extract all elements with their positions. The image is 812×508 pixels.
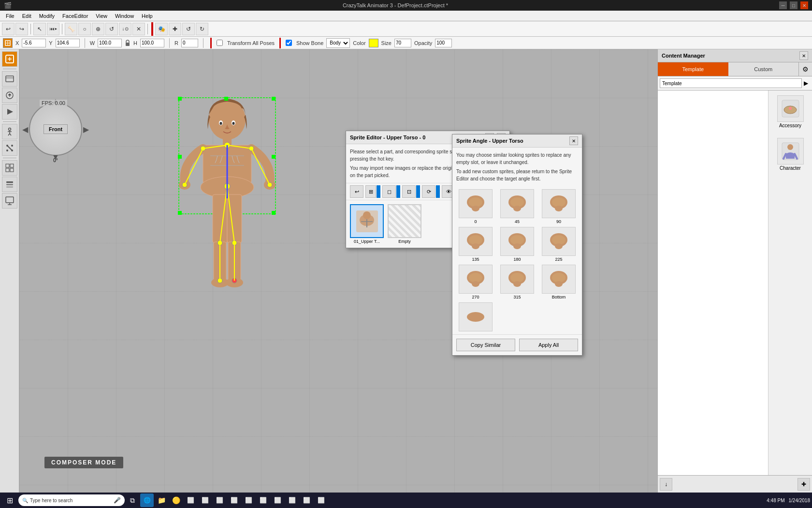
tool-compose[interactable] <box>2 51 17 67</box>
angle-item-90[interactable]: 90 <box>539 189 578 224</box>
size-input[interactable] <box>394 39 411 47</box>
tool-export[interactable] <box>2 88 17 103</box>
bone-button[interactable]: 🦴 <box>65 23 77 35</box>
character-icon[interactable] <box>777 138 804 164</box>
move-button[interactable]: ↓⊙ <box>119 23 131 35</box>
taskbar-app-folder[interactable]: 📁 <box>155 493 168 507</box>
select-button[interactable]: ↖ <box>33 23 46 35</box>
redo-button[interactable]: ↪ <box>15 23 28 35</box>
angle-thumb-315[interactable] <box>500 265 534 294</box>
angle-thumb-bottom[interactable] <box>542 265 576 294</box>
se-size-btn2[interactable] <box>396 185 400 198</box>
sprite-item-1[interactable]: Empty <box>388 204 421 244</box>
r-input[interactable] <box>181 39 198 47</box>
angle-item-bottom[interactable]: Bottom <box>539 265 578 299</box>
tab-custom[interactable]: Custom <box>728 62 799 76</box>
menu-edit[interactable]: Edit <box>18 12 35 20</box>
angle-item-extra[interactable] <box>456 302 495 331</box>
taskbar-app-14[interactable]: ⬜ <box>314 493 328 507</box>
menu-help[interactable]: Help <box>138 12 157 20</box>
tool-c[interactable]: ↺ <box>182 23 195 35</box>
accessory-item[interactable]: Accessory <box>777 95 804 128</box>
maximize-button[interactable]: □ <box>790 1 798 9</box>
taskbar-app-9[interactable]: ⬜ <box>242 493 255 507</box>
angle-thumb-225[interactable] <box>542 227 576 256</box>
accessory-icon[interactable] <box>777 95 804 122</box>
tool-b[interactable]: ✚ <box>169 23 181 35</box>
content-manager-close[interactable]: ✕ <box>799 51 808 60</box>
search-arrow-icon[interactable]: ▶ <box>804 80 808 87</box>
sprite-angle-close[interactable]: ✕ <box>569 136 578 145</box>
tool-scene[interactable] <box>2 71 17 87</box>
angle-item-135[interactable]: 135 <box>456 227 495 262</box>
se-layout-btn1[interactable]: ⊞ <box>365 185 376 198</box>
tool-bone[interactable] <box>2 140 17 156</box>
angle-right-arrow[interactable]: ▶ <box>83 125 89 134</box>
close-button[interactable]: ✕ <box>800 1 808 9</box>
taskbar-app-edge[interactable]: 🌐 <box>140 493 154 507</box>
taskbar-app-12[interactable]: ⬜ <box>285 493 299 507</box>
cm-settings-button[interactable]: ⚙ <box>798 62 812 76</box>
flip-button[interactable]: ↺ <box>105 23 118 35</box>
angle-thumb-135[interactable] <box>459 227 493 256</box>
se-layout-btn2[interactable] <box>377 185 380 198</box>
content-manager-search-input[interactable] <box>660 78 802 88</box>
angle-front-button[interactable]: Front <box>44 124 68 134</box>
angle-circle[interactable]: Front <box>29 103 82 156</box>
sprite-thumb-1[interactable] <box>388 204 421 238</box>
se-size-btn1[interactable]: ◻ <box>382 185 396 198</box>
cm-add-button[interactable]: ✚ <box>798 478 810 491</box>
angle-item-0[interactable]: 0 <box>456 189 495 224</box>
angle-thumb-0[interactable] <box>459 189 493 218</box>
y-input[interactable] <box>56 39 80 47</box>
angle-item-315[interactable]: 315 <box>498 265 536 299</box>
tool-d[interactable]: ↻ <box>196 23 208 35</box>
tool-figure[interactable] <box>2 124 17 139</box>
apply-all-button[interactable]: Apply All <box>519 339 578 351</box>
character-figure[interactable] <box>164 93 290 311</box>
cm-item-list[interactable] <box>658 90 768 475</box>
delete-button[interactable]: ✕ <box>132 23 145 35</box>
taskbar-search[interactable]: 🔍 Type here to search 🎤 <box>18 494 125 506</box>
menu-file[interactable]: File <box>2 12 18 20</box>
character-area[interactable] <box>145 78 290 311</box>
se-filter-btn1[interactable]: ⟳ <box>422 185 435 198</box>
angle-thumb-270[interactable] <box>459 265 493 294</box>
w-input[interactable] <box>98 39 122 47</box>
canvas-area[interactable]: FPS: 0.00 Front ▲ ▼ ◀ ▶ 0° <box>19 49 657 493</box>
opacity-input[interactable] <box>435 39 452 47</box>
angle-thumb-extra[interactable] <box>459 302 493 331</box>
tool-grid[interactable] <box>2 160 17 176</box>
titlebar-controls[interactable]: ─ □ ✕ <box>779 1 808 9</box>
start-button[interactable]: ⊞ <box>2 494 17 507</box>
x-input[interactable] <box>22 39 46 47</box>
menu-modify[interactable]: Modify <box>35 12 58 20</box>
menu-faceeditor[interactable]: FaceEditor <box>58 12 92 20</box>
task-view-button[interactable]: ⧉ <box>126 493 139 507</box>
taskbar-app-8[interactable]: ⬜ <box>227 493 241 507</box>
angle-item-270[interactable]: 270 <box>456 265 495 299</box>
angle-item-45[interactable]: 45 <box>498 189 536 224</box>
body-dropdown[interactable]: Body <box>326 38 350 48</box>
sprite-item-0[interactable]: 01_Upper T... <box>350 204 384 244</box>
angle-item-225[interactable]: 225 <box>539 227 578 262</box>
se-filter-btn2[interactable] <box>436 185 440 198</box>
scale-button[interactable]: ⊕ <box>92 23 104 35</box>
taskbar-app-13[interactable]: ⬜ <box>300 493 313 507</box>
tool-a[interactable]: 🎭 <box>155 23 168 35</box>
menu-view[interactable]: View <box>92 12 111 20</box>
undo-button[interactable]: ↩ <box>2 23 14 35</box>
playback-button[interactable]: ⏮▶ <box>47 23 59 35</box>
angle-thumb-45[interactable] <box>500 189 534 218</box>
angle-thumb-90[interactable] <box>542 189 576 218</box>
se-crop-btn2[interactable] <box>416 185 420 198</box>
taskbar-app-6[interactable]: ⬜ <box>198 493 212 507</box>
transform-all-checkbox[interactable] <box>217 40 223 46</box>
angle-thumb-180[interactable] <box>500 227 534 256</box>
minimize-button[interactable]: ─ <box>779 1 787 9</box>
angle-item-180[interactable]: 180 <box>498 227 536 262</box>
tool-layers[interactable] <box>2 177 17 192</box>
angle-left-arrow[interactable]: ◀ <box>22 125 28 134</box>
cm-scroll-down-button[interactable]: ↓ <box>660 478 672 491</box>
sprite-thumb-0[interactable] <box>350 204 384 238</box>
